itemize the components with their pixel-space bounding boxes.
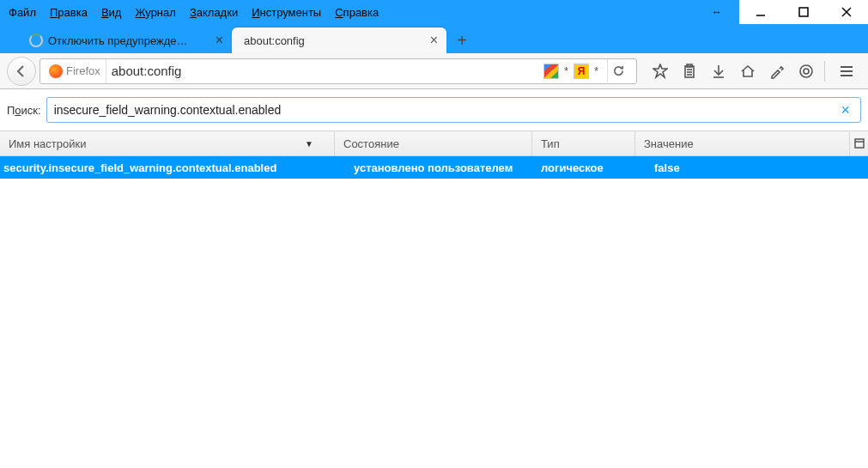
url-bar[interactable]: Firefox * Я * bbox=[39, 58, 637, 84]
results-empty-area bbox=[0, 179, 868, 422]
separator bbox=[824, 61, 825, 82]
google-search-icon[interactable] bbox=[543, 64, 559, 79]
downloads-button[interactable] bbox=[704, 58, 733, 84]
tab-close-button[interactable]: × bbox=[430, 33, 438, 48]
menu-help[interactable]: Справка bbox=[335, 6, 379, 19]
home-button[interactable] bbox=[733, 58, 762, 84]
bookmark-star-button[interactable] bbox=[646, 58, 675, 84]
back-button[interactable] bbox=[7, 57, 36, 86]
nav-toolbar: Firefox * Я * bbox=[0, 53, 868, 89]
window-maximize-button[interactable] bbox=[782, 0, 825, 24]
menu-bar: Файл Правка Вид Журнал Закладки Инструме… bbox=[0, 0, 868, 24]
tab-0[interactable]: Отключить предупрежде… × bbox=[17, 27, 232, 53]
restore-down-icon[interactable]: ↔ bbox=[712, 6, 722, 18]
app-menu-button[interactable] bbox=[832, 58, 861, 84]
identity-label: Firefox bbox=[66, 64, 100, 77]
clear-search-button[interactable]: × bbox=[837, 101, 853, 119]
column-header-name[interactable]: Имя настройки ▼ bbox=[0, 131, 335, 155]
svg-rect-1 bbox=[799, 8, 808, 16]
column-picker-button[interactable] bbox=[849, 131, 868, 155]
loading-throbber-icon bbox=[29, 33, 43, 47]
tab-label: Отключить предупрежде… bbox=[48, 34, 209, 47]
yandex-search-icon[interactable]: Я bbox=[574, 64, 589, 79]
column-header-state[interactable]: Состояние bbox=[335, 131, 532, 155]
tab-strip: Отключить предупрежде… × about:config × … bbox=[0, 24, 868, 53]
sort-indicator-icon: ▼ bbox=[305, 139, 313, 149]
urlbar-extras: * Я * bbox=[543, 60, 633, 82]
aboutconfig-search-row: Поиск: × bbox=[0, 89, 868, 131]
tab-close-button[interactable]: × bbox=[215, 33, 223, 48]
tab-1[interactable]: about:config × bbox=[232, 27, 446, 53]
separator-star: * bbox=[594, 64, 598, 77]
brand-circle-button[interactable] bbox=[792, 58, 821, 84]
menu-history[interactable]: Журнал bbox=[135, 6, 175, 19]
pref-name: security.insecure_field_warning.contextu… bbox=[0, 161, 335, 174]
window-minimize-button[interactable] bbox=[739, 0, 782, 24]
column-header-type[interactable]: Тип bbox=[532, 131, 635, 155]
svg-marker-4 bbox=[653, 64, 667, 77]
menu-tools[interactable]: Инструменты bbox=[252, 6, 321, 19]
search-label: Поиск: bbox=[7, 104, 41, 117]
menu-bookmarks[interactable]: Закладки bbox=[190, 6, 238, 19]
columns-header: Имя настройки ▼ Состояние Тип Значение bbox=[0, 131, 868, 156]
firefox-icon bbox=[49, 64, 63, 78]
pref-row[interactable]: security.insecure_field_warning.contextu… bbox=[0, 156, 868, 179]
svg-rect-17 bbox=[855, 139, 864, 148]
menu-edit[interactable]: Правка bbox=[50, 6, 88, 19]
eyedropper-button[interactable] bbox=[762, 58, 792, 84]
svg-point-12 bbox=[800, 65, 812, 77]
window-close-button[interactable] bbox=[825, 0, 868, 24]
tab-label: about:config bbox=[244, 34, 423, 47]
menu-file[interactable]: Файл bbox=[9, 6, 36, 19]
pref-type: логическое bbox=[532, 161, 635, 174]
identity-box[interactable]: Firefox bbox=[44, 59, 106, 83]
search-input[interactable] bbox=[54, 103, 838, 117]
separator-star: * bbox=[564, 64, 568, 77]
new-tab-button[interactable]: + bbox=[450, 28, 474, 52]
window-controls bbox=[739, 0, 868, 24]
pref-state: установлено пользователем bbox=[335, 161, 532, 174]
url-input[interactable] bbox=[106, 64, 543, 78]
svg-point-13 bbox=[804, 69, 809, 74]
menu-view[interactable]: Вид bbox=[101, 6, 122, 19]
reload-button[interactable] bbox=[607, 60, 629, 82]
pref-value: false bbox=[635, 161, 868, 174]
search-box[interactable]: × bbox=[46, 97, 861, 123]
clipboard-button[interactable] bbox=[675, 58, 704, 84]
column-header-value[interactable]: Значение bbox=[635, 131, 849, 155]
toolbar-icons bbox=[646, 58, 821, 84]
